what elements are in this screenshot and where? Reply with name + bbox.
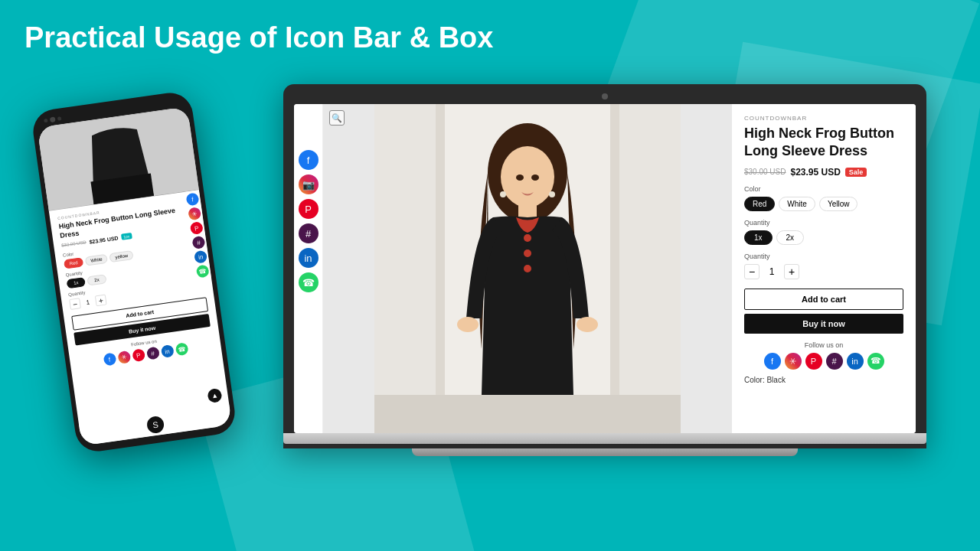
- social-icons-row: f ⚹ P # in ☎: [744, 353, 903, 370]
- qty-btn-1x[interactable]: 1x: [744, 230, 773, 245]
- laptop-screen-outer: f 📷 P # in ☎ 🔍: [283, 84, 926, 448]
- price-row: $30.00 USD $23.95 USD Sale: [744, 167, 903, 178]
- qty-plus-btn[interactable]: +: [784, 264, 799, 279]
- buy-now-button[interactable]: Buy it now: [744, 314, 903, 334]
- phone-dot-1: [44, 119, 48, 123]
- color-btn-yellow[interactable]: Yellow: [819, 197, 858, 211]
- phone-color-red[interactable]: Red: [64, 258, 83, 269]
- qty-btn-2x[interactable]: 2x: [776, 230, 805, 245]
- social-sidebar-desktop: f 📷 P # in ☎: [294, 104, 323, 433]
- color-options: Red White Yellow: [744, 197, 903, 211]
- svg-point-8: [524, 234, 531, 242]
- page-title: Practical Usage of Icon Bar & Box: [24, 21, 493, 54]
- color-btn-red[interactable]: Red: [744, 197, 775, 211]
- phone-color-yellow[interactable]: yellow: [109, 250, 134, 262]
- social-instagram-icon[interactable]: ⚹: [785, 353, 802, 370]
- phone-row-ig[interactable]: ⚹: [117, 350, 131, 364]
- svg-rect-4: [374, 395, 681, 433]
- laptop-camera: [602, 93, 608, 99]
- color-label: Color: [744, 185, 903, 193]
- social-pinterest-icon[interactable]: P: [805, 353, 822, 370]
- svg-point-6: [501, 146, 554, 207]
- svg-rect-3: [610, 104, 619, 433]
- zoom-icon[interactable]: 🔍: [329, 110, 345, 126]
- phone-social-ig[interactable]: ⚹: [188, 207, 201, 220]
- phone-scroll-up-btn[interactable]: ▲: [207, 388, 222, 403]
- laptop-mockup: f 📷 P # in ☎ 🔍: [283, 84, 926, 456]
- phone-social-li[interactable]: in: [194, 250, 207, 264]
- laptop-camera-bar: [294, 93, 916, 99]
- slack-sidebar-icon[interactable]: #: [299, 223, 318, 243]
- quantity-label: Quantity: [744, 219, 903, 227]
- pinterest-sidebar-icon[interactable]: P: [299, 199, 318, 219]
- brand-label: COUNTDOWNBAR: [744, 115, 903, 122]
- phone-row-sk[interactable]: #: [146, 347, 160, 360]
- qty-value: 1: [766, 266, 778, 277]
- phone-social-fb[interactable]: f: [185, 192, 199, 206]
- svg-point-9: [524, 249, 531, 257]
- svg-point-12: [577, 317, 598, 332]
- phone-sale-badge: 1px: [121, 233, 132, 240]
- phone-row-pt[interactable]: P: [132, 349, 145, 363]
- product-image-area: 🔍: [323, 104, 732, 433]
- phone-outer: f ⚹ P # in ☎ COUNTDOWNBAR High Neck Frog…: [31, 90, 238, 455]
- phone-qty-2x[interactable]: 2x: [87, 275, 107, 286]
- facebook-sidebar-icon[interactable]: f: [299, 150, 318, 170]
- phone-color-white[interactable]: White: [85, 254, 109, 266]
- phone-social-sk[interactable]: #: [191, 236, 205, 249]
- phone-screen-inner: f ⚹ P # in ☎ COUNTDOWNBAR High Neck Frog…: [38, 106, 233, 445]
- phone-price-sale: $23.95 USD: [89, 235, 119, 244]
- social-slack-icon[interactable]: #: [826, 353, 843, 370]
- sale-badge: Sale: [845, 168, 867, 177]
- phone-shopify-icon[interactable]: S: [146, 416, 165, 435]
- social-linkedin-icon[interactable]: in: [847, 353, 864, 370]
- svg-point-13: [500, 191, 506, 197]
- laptop-base: [283, 433, 926, 444]
- color-btn-white[interactable]: White: [779, 197, 815, 211]
- instagram-sidebar-icon[interactable]: 📷: [299, 174, 318, 194]
- price-original: $30.00 USD: [744, 168, 786, 176]
- color-info: Color: Black: [744, 376, 903, 384]
- phone-social-wa[interactable]: ☎: [196, 264, 210, 278]
- phone-dot-2: [57, 116, 62, 121]
- svg-point-11: [457, 317, 479, 332]
- svg-point-14: [549, 191, 555, 197]
- qty-stepper-label: Quantity: [744, 253, 903, 260]
- svg-point-16: [531, 174, 539, 181]
- phone-row-li[interactable]: in: [160, 344, 174, 358]
- phone-qty-val: 1: [83, 298, 92, 306]
- phone-price-orig: $30.00 USD: [61, 240, 87, 248]
- product-title-desktop: High Neck Frog Button Long Sleeve Dress: [744, 125, 903, 161]
- qty-stepper: − 1 +: [744, 264, 903, 279]
- phone-screen: f ⚹ P # in ☎ COUNTDOWNBAR High Neck Frog…: [38, 106, 233, 445]
- whatsapp-sidebar-icon[interactable]: ☎: [299, 272, 318, 292]
- product-info-panel: COUNTDOWNBAR High Neck Frog Button Long …: [732, 104, 916, 433]
- laptop-foot: [412, 448, 798, 456]
- social-facebook-icon[interactable]: f: [764, 353, 781, 370]
- svg-point-15: [516, 174, 524, 181]
- product-page-desktop: f 📷 P # in ☎ 🔍: [294, 104, 916, 433]
- follow-label: Follow us on: [744, 341, 903, 349]
- phone-qty-1x[interactable]: 1x: [67, 277, 87, 289]
- laptop-screen: f 📷 P # in ☎ 🔍: [294, 104, 916, 433]
- social-whatsapp-icon[interactable]: ☎: [867, 353, 884, 370]
- svg-point-10: [524, 265, 531, 272]
- phone-qty-plus[interactable]: +: [95, 295, 107, 307]
- product-image: [323, 104, 732, 433]
- linkedin-sidebar-icon[interactable]: in: [299, 248, 318, 268]
- quantity-options: 1x 2x: [744, 230, 903, 245]
- phone-social-pt[interactable]: P: [190, 221, 204, 235]
- add-to-cart-button[interactable]: Add to cart: [744, 289, 903, 310]
- qty-minus-btn[interactable]: −: [744, 264, 760, 279]
- price-sale: $23.95 USD: [790, 167, 840, 178]
- phone-mockup: f ⚹ P # in ☎ COUNTDOWNBAR High Neck Frog…: [31, 90, 238, 455]
- phone-camera-dot: [50, 116, 56, 122]
- phone-row-wa[interactable]: ☎: [175, 343, 188, 357]
- phone-camera-dots: [44, 116, 62, 123]
- svg-rect-2: [436, 104, 445, 433]
- phone-row-fb[interactable]: f: [103, 353, 116, 367]
- phone-qty-minus[interactable]: −: [69, 298, 81, 311]
